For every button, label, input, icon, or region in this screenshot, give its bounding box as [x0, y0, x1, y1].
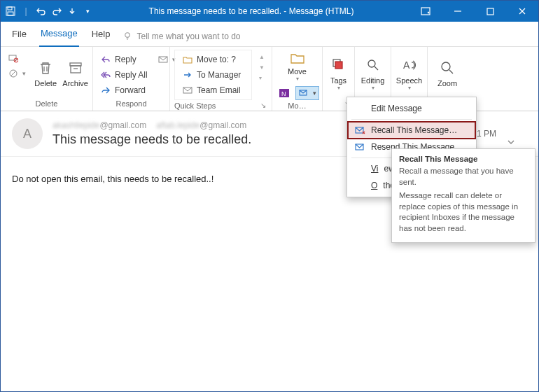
svg-rect-23 — [335, 62, 342, 69]
to-address: aftab.lepide@gmail.com — [156, 120, 246, 130]
ribbon-options-icon[interactable] — [410, 1, 442, 22]
tab-help[interactable]: Help — [90, 26, 112, 46]
reply-all-button[interactable]: Reply All — [97, 68, 150, 82]
save-icon[interactable] — [5, 6, 16, 17]
onenote-button[interactable]: N — [276, 86, 293, 100]
reply-all-label: Reply All — [115, 70, 148, 80]
group-move: Move ▾ N ▾ Mo… — [272, 47, 323, 111]
minimize-button[interactable] — [442, 1, 474, 22]
folder-icon — [288, 50, 307, 66]
tags-icon — [329, 55, 349, 75]
qat-down-icon[interactable] — [66, 6, 78, 17]
edit-icon — [354, 103, 365, 114]
lightbulb-icon — [122, 31, 132, 41]
redo-icon[interactable] — [51, 6, 62, 17]
archive-icon — [66, 58, 85, 78]
svg-rect-3 — [421, 8, 430, 15]
archive-button[interactable]: Archive — [62, 50, 88, 96]
reply-button[interactable]: Reply — [97, 52, 150, 66]
tooltip-line2: Message recall can delete or replace cop… — [399, 190, 528, 234]
dd-recall-label: Recall This Message… — [371, 125, 457, 135]
group-respond: Reply Reply All Forward ▾ Respond — [93, 47, 170, 111]
maximize-button[interactable] — [474, 1, 506, 22]
dd-separator — [351, 119, 472, 120]
title-bar: | ▾ This message needs to be recalled. -… — [1, 1, 538, 22]
window-title: This message needs to be recalled. - Mes… — [93, 6, 410, 16]
window-controls — [410, 1, 538, 22]
avatar-initial: A — [23, 127, 31, 141]
group-quicksteps: Move to: ? To Manager Team Email ▲ ▼ ▾ Q… — [170, 47, 272, 111]
junk-icon — [8, 68, 19, 79]
svg-rect-5 — [487, 8, 493, 15]
arrow-to-icon — [182, 69, 193, 80]
envelope-more-icon — [158, 54, 169, 65]
svg-point-24 — [368, 60, 375, 67]
actions-button[interactable]: ▾ — [295, 86, 319, 100]
other-icon — [354, 180, 365, 191]
delete-button[interactable]: Delete — [33, 50, 58, 96]
svg-text:A: A — [403, 59, 410, 71]
tab-message[interactable]: Message — [39, 25, 79, 47]
quicksteps-launcher-icon[interactable]: ↘ — [260, 102, 267, 110]
resend-icon — [354, 141, 365, 153]
quickstep-scroll-up[interactable]: ▲ — [256, 52, 267, 62]
tab-file[interactable]: File — [10, 26, 28, 46]
move-label: Move — [288, 67, 307, 76]
quickstep-manager-label: To Manager — [197, 70, 241, 80]
qat-customize-icon[interactable]: ▾ — [82, 6, 93, 17]
quickstep-manager[interactable]: To Manager — [179, 68, 247, 82]
svg-text:N: N — [281, 90, 286, 97]
archive-label: Archive — [62, 79, 88, 88]
reply-label: Reply — [115, 55, 136, 64]
svg-point-8 — [125, 32, 130, 36]
tooltip-title: Recall This Message — [399, 155, 528, 163]
svg-rect-2 — [8, 12, 13, 15]
onenote-icon: N — [279, 88, 290, 99]
ignore-button[interactable] — [5, 51, 29, 65]
svg-rect-9 — [9, 55, 16, 60]
browser-icon — [354, 163, 365, 174]
tags-label: Tags — [330, 76, 346, 85]
avatar: A — [12, 118, 43, 149]
svg-line-28 — [449, 70, 453, 74]
reply-icon — [100, 54, 111, 65]
recall-icon — [354, 125, 365, 136]
group-delete-label: Delete — [5, 98, 88, 111]
actions-icon — [298, 88, 309, 99]
undo-icon[interactable] — [36, 6, 47, 17]
read-aloud-icon: A — [400, 55, 419, 75]
quickstep-moveto[interactable]: Move to: ? — [179, 52, 247, 66]
folder-move-icon — [182, 54, 193, 65]
tags-button[interactable]: Tags▾ — [327, 50, 350, 96]
zoom-icon — [438, 58, 457, 78]
junk-button[interactable]: ▾ — [5, 66, 29, 80]
move-button[interactable]: Move ▾ — [280, 50, 315, 82]
svg-line-25 — [374, 66, 378, 70]
expand-header-button[interactable] — [506, 120, 527, 147]
quickstep-moveto-label: Move to: ? — [197, 55, 236, 64]
quickstep-team-label: Team Email — [197, 85, 241, 95]
forward-icon — [100, 85, 111, 96]
forward-button[interactable]: Forward — [97, 83, 150, 97]
body-text: Do not open this email, this needs to be… — [12, 174, 214, 184]
dd-recall-message[interactable]: Recall This Message… — [347, 121, 476, 139]
svg-point-27 — [442, 62, 450, 71]
editing-label: Editing — [361, 76, 385, 85]
speech-label: Speech — [396, 76, 422, 85]
speech-button[interactable]: ASpeech▾ — [396, 50, 423, 96]
quickstep-team[interactable]: Team Email — [179, 83, 247, 97]
team-email-icon — [182, 85, 193, 96]
delete-label: Delete — [34, 79, 57, 88]
tell-me-search[interactable]: Tell me what you want to do — [122, 31, 240, 41]
quickstep-expand[interactable]: ▾ — [256, 74, 267, 83]
qat-sep-icon: | — [20, 6, 31, 17]
dd-edit-message[interactable]: Edit Message — [347, 100, 476, 117]
editing-button[interactable]: Editing▾ — [359, 50, 386, 96]
svg-rect-1 — [8, 7, 12, 10]
group-delete: ▾ Delete Archive Delete — [1, 47, 93, 111]
zoom-button[interactable]: Zoom — [432, 50, 463, 96]
zoom-label: Zoom — [438, 79, 457, 88]
quickstep-scroll-down[interactable]: ▼ — [256, 63, 267, 72]
close-button[interactable] — [506, 1, 538, 22]
group-quicksteps-label: Quick Steps — [174, 102, 216, 110]
